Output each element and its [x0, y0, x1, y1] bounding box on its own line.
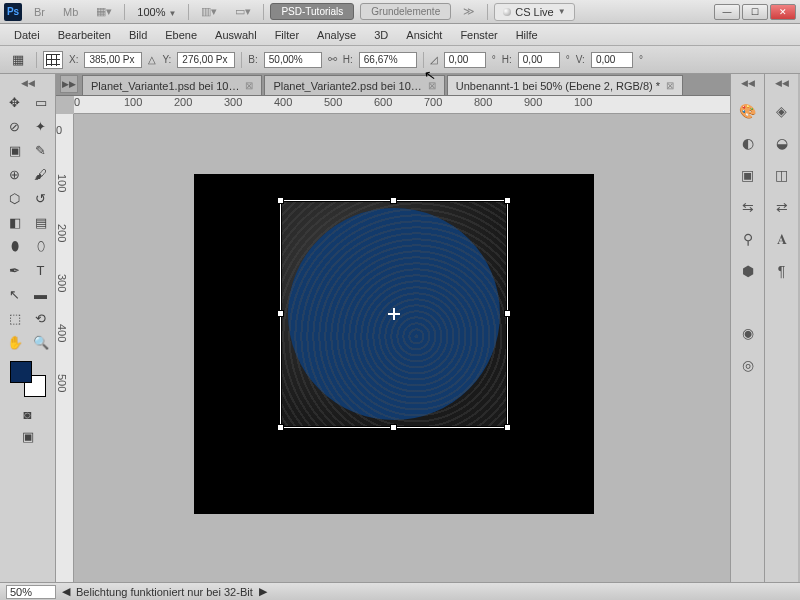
crop-tool[interactable]: ▣ [3, 139, 27, 161]
pen-tool[interactable]: ✒ [3, 259, 27, 281]
path-tool[interactable]: ↖ [3, 283, 27, 305]
expand-icon[interactable]: ◀◀ [741, 78, 755, 92]
menu-auswahl[interactable]: Auswahl [207, 26, 265, 44]
doc-tab-2[interactable]: Planet_Variante2.psd bei 10…⊠ [264, 75, 444, 95]
tab-chevron-icon[interactable]: ▶▶ [60, 75, 78, 93]
brush-panel-icon[interactable]: ⇆ [735, 194, 761, 220]
stamp-panel-icon[interactable]: ⬢ [735, 258, 761, 284]
menu-filter[interactable]: Filter [267, 26, 307, 44]
menu-bar: Datei Bearbeiten Bild Ebene Auswahl Filt… [0, 24, 800, 46]
zoom-tool[interactable]: 🔍 [29, 331, 53, 353]
menu-hilfe[interactable]: Hilfe [508, 26, 546, 44]
document-tabs: ▶▶ Planet_Variante1.psd bei 10…⊠ Planet_… [56, 74, 730, 96]
gradient-tool[interactable]: ▤ [29, 211, 53, 233]
close-tab-icon[interactable]: ⊠ [245, 80, 253, 91]
maximize-button[interactable]: ☐ [742, 4, 768, 20]
cs-live-button[interactable]: CS Live ▼ [494, 3, 574, 21]
transform-tool-icon[interactable]: ▦ [6, 49, 30, 71]
canvas[interactable] [74, 114, 730, 582]
close-tab-icon[interactable]: ⊠ [428, 80, 436, 91]
styles-panel-icon[interactable]: ◫ [769, 162, 795, 188]
3d-rotate-tool[interactable]: ⟲ [29, 307, 53, 329]
stamp-tool[interactable]: ⬡ [3, 187, 27, 209]
circle-panel-icon[interactable]: ◎ [735, 352, 761, 378]
delta-icon[interactable]: △ [148, 54, 156, 65]
bw-panel-icon[interactable]: ◉ [735, 320, 761, 346]
viewmode-icon[interactable]: ▭▾ [229, 3, 257, 20]
type-tool[interactable]: T [29, 259, 53, 281]
menu-ebene[interactable]: Ebene [157, 26, 205, 44]
w-input[interactable] [264, 52, 322, 68]
menu-datei[interactable]: Datei [6, 26, 48, 44]
skew-v-input[interactable] [591, 52, 633, 68]
para-panel-icon[interactable]: ¶ [769, 258, 795, 284]
color-panel-icon[interactable]: 🎨 [735, 98, 761, 124]
zoom-level[interactable]: 100% ▼ [131, 4, 182, 20]
angle-input[interactable] [444, 52, 486, 68]
brush-tool[interactable]: 🖌 [29, 163, 53, 185]
heal-tool[interactable]: ⊕ [3, 163, 27, 185]
photoshop-logo: Ps [4, 3, 22, 21]
title-bar: Ps Br Mb ▦▾ 100% ▼ ▥▾ ▭▾ PSD-Tutorials G… [0, 0, 800, 24]
doc-tab-3[interactable]: Unbenannt-1 bei 50% (Ebene 2, RGB/8) *⊠ [447, 75, 683, 95]
wand-tool[interactable]: ✦ [29, 115, 53, 137]
adjust-panel-icon[interactable]: ◐ [735, 130, 761, 156]
y-label: Y: [162, 54, 171, 65]
char-panel-icon[interactable]: 𝐀 [769, 226, 795, 252]
menu-fenster[interactable]: Fenster [452, 26, 505, 44]
eyedropper-tool[interactable]: ✎ [29, 139, 53, 161]
mask-panel-icon[interactable]: ▣ [735, 162, 761, 188]
ruler-horizontal[interactable]: 0 100 200 300 400 500 600 700 800 900 10… [74, 96, 730, 114]
minibridge-button[interactable]: Mb [57, 4, 84, 20]
lasso-tool[interactable]: ⊘ [3, 115, 27, 137]
paths-panel-icon[interactable]: ⚲ [735, 226, 761, 252]
close-tab-icon[interactable]: ⊠ [666, 80, 674, 91]
menu-bild[interactable]: Bild [121, 26, 155, 44]
foreground-color[interactable] [10, 361, 32, 383]
x-input[interactable] [84, 52, 142, 68]
h-input[interactable] [359, 52, 417, 68]
dodge-tool[interactable]: ⬯ [29, 235, 53, 257]
status-prev-icon[interactable]: ◀ [62, 585, 70, 598]
hand-tool[interactable]: ✋ [3, 331, 27, 353]
expand-icon[interactable]: ◀◀ [775, 78, 789, 92]
reference-point-icon[interactable] [43, 51, 63, 69]
x-label: X: [69, 54, 78, 65]
move-tool[interactable]: ✥ [3, 91, 27, 113]
texture-layer [282, 202, 506, 426]
marquee-tool[interactable]: ▭ [29, 91, 53, 113]
close-button[interactable]: ✕ [770, 4, 796, 20]
eraser-tool[interactable]: ◧ [3, 211, 27, 233]
swap-panel-icon[interactable]: ⇄ [769, 194, 795, 220]
arrange-icon[interactable]: ▥▾ [195, 3, 223, 20]
status-next-icon[interactable]: ▶ [259, 585, 267, 598]
panel-dock: ◀◀ 🎨 ◐ ▣ ⇆ ⚲ ⬢ ◉ ◎ ◀◀ ◈ ◒ ◫ ⇄ 𝐀 ¶ [730, 74, 800, 582]
canvas-background [194, 174, 594, 514]
3d-tool[interactable]: ⬚ [3, 307, 27, 329]
menu-bearbeiten[interactable]: Bearbeiten [50, 26, 119, 44]
channels-panel-icon[interactable]: ◒ [769, 130, 795, 156]
color-swatches[interactable] [10, 361, 46, 397]
link-icon[interactable]: ⚯ [328, 53, 337, 66]
grundelemente-button[interactable]: Grundelemente [360, 3, 451, 20]
shape-tool[interactable]: ▬ [29, 283, 53, 305]
bridge-button[interactable]: Br [28, 4, 51, 20]
quickmask-tool[interactable]: ◙ [16, 403, 40, 425]
history-brush-tool[interactable]: ↺ [29, 187, 53, 209]
doc-tab-1[interactable]: Planet_Variante1.psd bei 10…⊠ [82, 75, 262, 95]
ruler-vertical[interactable]: 0 100 200 300 400 500 [56, 114, 74, 582]
collapse-icon[interactable]: ◀◀ [21, 78, 35, 88]
blur-tool[interactable]: ⬮ [3, 235, 27, 257]
zoom-input[interactable] [6, 585, 56, 599]
more-icon[interactable]: ≫ [457, 3, 481, 20]
menu-ansicht[interactable]: Ansicht [398, 26, 450, 44]
menu-3d[interactable]: 3D [366, 26, 396, 44]
minimize-button[interactable]: — [714, 4, 740, 20]
menu-analyse[interactable]: Analyse [309, 26, 364, 44]
skew-h-input[interactable] [518, 52, 560, 68]
screenmode-tool[interactable]: ▣ [16, 425, 40, 447]
layers-panel-icon[interactable]: ◈ [769, 98, 795, 124]
y-input[interactable] [177, 52, 235, 68]
psd-tutorials-button[interactable]: PSD-Tutorials [270, 3, 354, 20]
screen-mode-icon[interactable]: ▦▾ [90, 3, 118, 20]
